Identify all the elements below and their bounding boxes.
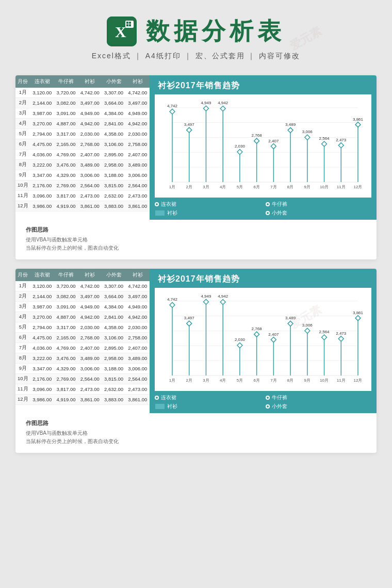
table-cell: 2,176.00	[30, 181, 54, 191]
table-cell: 2,564.00	[78, 374, 102, 384]
data-table-1: 月份 连衣裙 牛仔裤 衬衫 小外套 衬衫 1月3,120.003,720.004…	[15, 75, 150, 211]
svg-text:8月: 8月	[287, 185, 293, 189]
table-cell: 5月	[15, 322, 30, 333]
table-cell: 2,758.00	[126, 333, 150, 343]
table-cell: 4,942.00	[78, 312, 102, 322]
table-cell: 3,986.00	[30, 395, 54, 405]
table-cell: 3,476.00	[54, 353, 78, 364]
table-row: 10月2,176.002,769.002,564.003,815.002,564…	[15, 181, 150, 191]
svg-marker-15	[170, 109, 175, 114]
table-row: 11月3,096.003,817.002,473.002,632.002,473…	[15, 384, 150, 395]
svg-marker-23	[203, 106, 208, 111]
table-cell: 2,407.00	[126, 343, 150, 353]
svg-marker-59	[355, 122, 361, 127]
table-cell: 4,919.00	[54, 395, 78, 405]
table-cell: 3,096.00	[30, 191, 54, 201]
table-cell: 2,794.00	[30, 129, 54, 139]
svg-text:2月: 2月	[186, 378, 192, 383]
table-cell: 2,632.00	[102, 191, 125, 201]
svg-text:7月: 7月	[270, 185, 276, 189]
table-cell: 3,720.00	[54, 88, 78, 98]
svg-text:3,497: 3,497	[184, 122, 195, 127]
table-row: 3月3,987.003,091.004,949.004,384.004,949.…	[15, 108, 150, 119]
svg-rect-4	[126, 22, 128, 24]
chart-svg-2: 4,7421月3,4972月4,9493月4,9424月2,0305月2,768…	[160, 293, 366, 388]
chart-title-2: 衬衫2017年销售趋势	[150, 269, 377, 288]
table-cell: 3,120.00	[30, 281, 54, 291]
svg-marker-109	[338, 336, 344, 341]
table-row: 6月4,475.002,165.002,768.003,106.002,758.…	[15, 139, 150, 150]
table-cell: 3,317.00	[54, 129, 78, 139]
svg-rect-5	[129, 22, 131, 24]
legend-label-jeans-2: 牛仔裤	[272, 394, 287, 401]
svg-text:4,942: 4,942	[218, 294, 228, 299]
table-cell: 4,742.00	[78, 281, 102, 291]
table-cell: 4,384.00	[102, 302, 125, 312]
table-cell: 4月	[15, 312, 30, 322]
table-cell: 4,329.00	[54, 170, 78, 181]
table-cell: 2,030.00	[126, 322, 150, 333]
table-cell: 11月	[15, 191, 30, 201]
col-header-shirt-2: 衬衫	[78, 269, 102, 281]
legend-label-dress-2: 连衣裙	[161, 394, 176, 401]
table-cell: 4,887.00	[54, 312, 78, 322]
svg-text:7月: 7月	[270, 378, 276, 383]
table-cell: 2,030.00	[78, 322, 102, 333]
table-cell: 2,473.00	[78, 191, 102, 201]
table-cell: 4月	[15, 119, 30, 129]
table-cell: 3,489.00	[78, 160, 102, 170]
table-cell: 3,006.00	[78, 364, 102, 374]
table-cell: 3,987.00	[30, 302, 54, 312]
col-header-shirt2-2: 衬衫	[126, 269, 150, 281]
table-cell: 2月	[15, 291, 30, 302]
legend-label-shirt-2: 衬衫	[167, 403, 177, 410]
card-2: 月份 连衣裙 牛仔裤 衬衫 小外套 衬衫 1月3,120.003,720.004…	[15, 269, 377, 453]
table-cell: 2,473.00	[126, 384, 150, 395]
svg-marker-105	[322, 335, 327, 340]
table-cell: 3,091.00	[54, 302, 78, 312]
svg-marker-43	[288, 127, 293, 133]
table-row: 1月3,120.003,720.004,742.003,307.004,742.…	[15, 88, 150, 98]
legend-label-dress: 连衣裙	[161, 201, 176, 208]
table-cell: 8月	[15, 353, 30, 364]
svg-text:5月: 5月	[237, 185, 243, 189]
svg-marker-101	[305, 328, 310, 333]
table-cell: 4,036.00	[30, 150, 54, 160]
table-cell: 3,188.00	[102, 170, 125, 181]
svg-text:3,861: 3,861	[353, 117, 364, 122]
table-cell: 3,188.00	[102, 364, 125, 374]
svg-text:5月: 5月	[237, 378, 243, 383]
table-cell: 2,564.00	[126, 181, 150, 191]
table-cell: 2,758.00	[126, 139, 150, 150]
table-cell: 2,958.00	[102, 160, 125, 170]
subtitle: Excel格式 ｜ A4纸打印 ｜ 宏、公式套用 ｜ 内容可修改	[0, 52, 392, 61]
table-row: 5月2,794.003,317.002,030.004,358.002,030.…	[15, 322, 150, 333]
svg-text:2,030: 2,030	[235, 337, 246, 342]
table-cell: 3,986.00	[30, 201, 54, 211]
notes-line-4: 当鼠标停在分类上的时候，图表自动变化	[26, 437, 366, 446]
svg-marker-27	[220, 106, 225, 111]
svg-text:12月: 12月	[354, 185, 363, 189]
table-cell: 2,895.00	[102, 150, 125, 160]
legend-dot-dress	[155, 202, 159, 206]
legend-label-jacket-2: 小外套	[272, 403, 287, 410]
table-cell: 3,091.00	[54, 108, 78, 119]
legend-dot-dress-2	[155, 396, 159, 400]
table-row: 12月3,986.004,919.003,861.003,883.003,861…	[15, 201, 150, 211]
table-cell: 4,036.00	[30, 343, 54, 353]
table-cell: 4,949.00	[78, 302, 102, 312]
table-cell: 3,096.00	[30, 384, 54, 395]
table-row: 5月2,794.003,317.002,030.004,358.002,030.…	[15, 129, 150, 139]
table-cell: 2,841.00	[102, 312, 125, 322]
table-cell: 3,497.00	[78, 98, 102, 108]
table-cell: 6月	[15, 139, 30, 150]
table-cell: 2月	[15, 98, 30, 108]
table-cell: 3,222.00	[30, 353, 54, 364]
svg-text:12月: 12月	[354, 378, 363, 383]
notes-title-2: 作图思路	[26, 419, 366, 427]
page-header: X 数据分析表 Excel格式 ｜ A4纸打印 ｜ 宏、公式套用 ｜ 内容可修改	[0, 0, 392, 66]
svg-text:3,497: 3,497	[184, 316, 195, 320]
svg-text:4,949: 4,949	[201, 294, 211, 299]
table-cell: 3,861.00	[78, 395, 102, 405]
chart-area-1: 4,7421月3,4972月4,9493月4,9424月2,0305月2,768…	[155, 94, 371, 198]
